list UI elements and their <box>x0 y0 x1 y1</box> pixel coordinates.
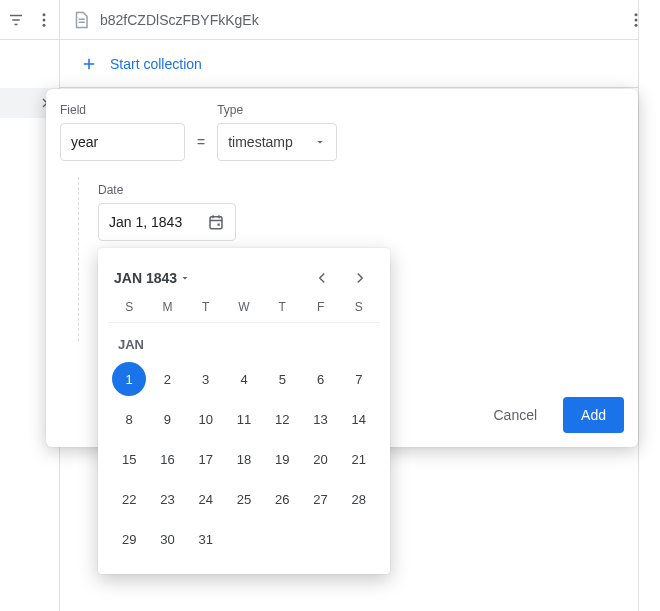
weekday-label: M <box>148 300 186 314</box>
weekday-label: S <box>110 300 148 314</box>
svg-point-5 <box>42 23 45 26</box>
day-cell[interactable]: 8 <box>110 402 148 436</box>
field-name-input[interactable] <box>60 123 185 161</box>
day-cell[interactable]: 17 <box>187 442 225 476</box>
day-cell[interactable]: 31 <box>187 522 225 556</box>
datepicker-month-select[interactable]: JAN 1843 <box>114 270 191 286</box>
weekday-label: W <box>225 300 263 314</box>
day-cell[interactable]: 28 <box>340 482 378 516</box>
type-select[interactable]: timestamp <box>217 123 337 161</box>
dropdown-icon <box>179 272 191 284</box>
weekday-label: F <box>301 300 339 314</box>
document-id: b82fCZDlSczFBYFkKgEk <box>100 12 259 28</box>
plus-icon <box>80 55 98 73</box>
svg-rect-18 <box>218 224 220 226</box>
day-cell[interactable]: 26 <box>263 482 301 516</box>
next-month-button[interactable] <box>346 264 374 292</box>
date-label: Date <box>98 183 624 197</box>
filter-icon[interactable] <box>4 8 28 32</box>
equals-sign: = <box>195 123 207 161</box>
day-cell[interactable]: 12 <box>263 402 301 436</box>
day-cell[interactable]: 29 <box>110 522 148 556</box>
day-cell[interactable]: 2 <box>148 362 186 396</box>
date-input-value: Jan 1, 1843 <box>109 214 182 230</box>
day-cell[interactable]: 3 <box>187 362 225 396</box>
day-cell[interactable]: 10 <box>187 402 225 436</box>
document-header: b82fCZDlSczFBYFkKgEk <box>60 8 660 32</box>
svg-marker-13 <box>318 141 323 144</box>
dropdown-icon <box>314 136 326 148</box>
datepicker-grid: 1234567891011121314151617181920212223242… <box>108 360 380 560</box>
date-input[interactable]: Jan 1, 1843 <box>98 203 236 241</box>
day-cell[interactable]: 23 <box>148 482 186 516</box>
weekday-label: T <box>263 300 301 314</box>
more-icon[interactable] <box>32 8 56 32</box>
day-cell[interactable]: 15 <box>110 442 148 476</box>
day-cell[interactable]: 21 <box>340 442 378 476</box>
add-button[interactable]: Add <box>563 397 624 433</box>
day-cell[interactable]: 11 <box>225 402 263 436</box>
datepicker-title: JAN 1843 <box>114 270 177 286</box>
datepicker-month-label: JAN <box>108 323 380 360</box>
svg-point-4 <box>42 18 45 21</box>
day-cell[interactable]: 30 <box>148 522 186 556</box>
day-cell[interactable]: 13 <box>301 402 339 436</box>
field-label: Field <box>60 103 185 117</box>
day-cell[interactable]: 6 <box>301 362 339 396</box>
right-gutter <box>638 0 660 611</box>
weekday-label: T <box>187 300 225 314</box>
day-cell[interactable]: 1 <box>112 362 146 396</box>
day-cell[interactable]: 24 <box>187 482 225 516</box>
day-cell[interactable]: 9 <box>148 402 186 436</box>
day-cell[interactable]: 7 <box>340 362 378 396</box>
day-cell[interactable]: 18 <box>225 442 263 476</box>
day-cell[interactable]: 20 <box>301 442 339 476</box>
day-cell[interactable]: 5 <box>263 362 301 396</box>
cancel-button[interactable]: Cancel <box>475 397 555 433</box>
day-cell[interactable]: 16 <box>148 442 186 476</box>
day-cell[interactable]: 19 <box>263 442 301 476</box>
start-collection-label: Start collection <box>110 56 202 72</box>
prev-month-button[interactable] <box>308 264 336 292</box>
day-cell[interactable]: 25 <box>225 482 263 516</box>
start-collection-button[interactable]: Start collection <box>60 40 638 88</box>
weekday-label: S <box>340 300 378 314</box>
type-label: Type <box>217 103 337 117</box>
svg-point-3 <box>42 13 45 16</box>
svg-rect-14 <box>210 217 222 229</box>
calendar-icon <box>207 213 225 231</box>
document-icon <box>72 11 90 29</box>
type-select-value: timestamp <box>228 134 293 150</box>
day-cell[interactable]: 27 <box>301 482 339 516</box>
day-cell[interactable]: 4 <box>225 362 263 396</box>
day-cell[interactable]: 22 <box>110 482 148 516</box>
date-picker: JAN 1843 SMTWTFS JAN 1234567891011121314… <box>98 248 390 574</box>
svg-marker-19 <box>183 277 188 280</box>
day-cell[interactable]: 14 <box>340 402 378 436</box>
datepicker-weekdays: SMTWTFS <box>108 294 380 323</box>
